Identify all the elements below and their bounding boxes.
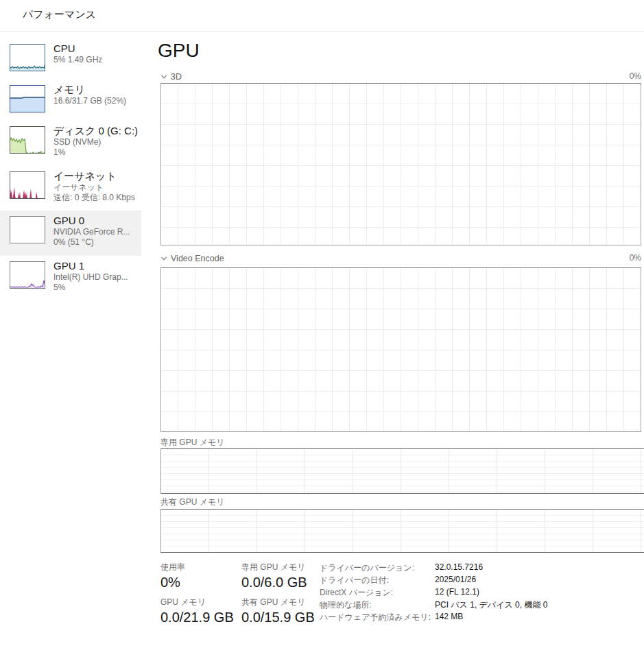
chevron-down-icon bbox=[160, 73, 167, 80]
detail-label: 物理的な場所: bbox=[320, 599, 435, 611]
detail-label: ハードウェア予約済みメモリ: bbox=[320, 612, 435, 623]
gpu0-mini-chart bbox=[10, 216, 45, 243]
sidebar-cpu-title: CPU bbox=[53, 42, 102, 55]
sidebar-memory-stats: 16.6/31.7 GB (52%) bbox=[53, 96, 126, 106]
shared-gpu-memory-label: 共有 GPU メモリ bbox=[160, 496, 225, 508]
usage-value: 0% bbox=[160, 575, 180, 590]
chart-dedicated-gpu-memory bbox=[160, 448, 644, 494]
gpu-page-title: GPU bbox=[158, 40, 200, 62]
ethernet-mini-chart bbox=[10, 171, 45, 199]
chart-video-encode bbox=[160, 267, 641, 432]
sidebar-disk-usage: 1% bbox=[53, 147, 138, 158]
sidebar-ethernet-stats: 送信: 0 受信: 8.0 Kbps bbox=[53, 193, 135, 203]
sidebar-disk-type: SSD (NVMe) bbox=[53, 137, 138, 147]
gpu-memory-value: 0.0/21.9 GB bbox=[160, 610, 234, 625]
section-video-encode-header[interactable]: Video Encode bbox=[160, 253, 224, 264]
sidebar-item-gpu0[interactable]: GPU 0 NVIDIA GeForce R... 0% (51 °C) bbox=[0, 211, 141, 256]
dedicated-gpu-memory-label: 専用 GPU メモリ bbox=[160, 437, 225, 448]
detail-value: 32.0.15.7216 bbox=[435, 562, 483, 574]
detail-label: ドライバーのバージョン: bbox=[320, 562, 435, 574]
usage-label: 使用率 bbox=[160, 562, 185, 573]
sidebar-gpu0-stats: 0% (51 °C) bbox=[53, 237, 130, 248]
chart-3d bbox=[160, 83, 641, 245]
cpu-mini-chart bbox=[10, 44, 45, 71]
chevron-down-icon bbox=[160, 255, 167, 262]
section-3d-header[interactable]: 3D bbox=[160, 71, 182, 82]
sidebar-gpu1-title: GPU 1 bbox=[53, 259, 128, 272]
detail-value: 12 (FL 12.1) bbox=[435, 587, 479, 599]
sidebar-ethernet-name: イーサネット bbox=[53, 182, 135, 193]
gpu-memory-label: GPU メモリ bbox=[160, 597, 206, 608]
section-video-encode-label: Video Encode bbox=[171, 254, 224, 263]
performance-header: パフォーマンス bbox=[0, 0, 644, 32]
detail-value: 142 MB bbox=[435, 612, 463, 623]
sidebar-item-ethernet[interactable]: イーサネット イーサネット 送信: 0 受信: 8.0 Kbps bbox=[0, 166, 141, 211]
page-title: パフォーマンス bbox=[23, 8, 96, 21]
detail-label: ドライバーの日付: bbox=[320, 575, 435, 586]
detail-value: 2025/01/26 bbox=[435, 575, 476, 586]
disk-mini-chart bbox=[10, 126, 45, 154]
sidebar-gpu0-name: NVIDIA GeForce R... bbox=[53, 227, 130, 237]
sidebar-gpu1-stats: 5% bbox=[53, 283, 128, 293]
sidebar-cpu-stats: 5% 1.49 GHz bbox=[53, 55, 102, 65]
detail-directx-version: DirectX バージョン: 12 (FL 12.1) bbox=[320, 587, 642, 599]
shared-memory-value: 0.0/15.9 GB bbox=[241, 610, 315, 625]
sidebar-item-gpu1[interactable]: GPU 1 Intel(R) UHD Grap... 5% bbox=[0, 256, 141, 301]
dedicated-memory-label: 専用 GPU メモリ bbox=[241, 562, 306, 573]
detail-hardware-reserved-memory: ハードウェア予約済みメモリ: 142 MB bbox=[320, 612, 642, 623]
detail-driver-date: ドライバーの日付: 2025/01/26 bbox=[320, 575, 642, 586]
detail-driver-version: ドライバーのバージョン: 32.0.15.7216 bbox=[320, 562, 642, 574]
detail-label: DirectX バージョン: bbox=[320, 587, 435, 599]
gpu1-mini-chart bbox=[10, 261, 45, 289]
sidebar-item-memory[interactable]: メモリ 16.6/31.7 GB (52%) bbox=[0, 80, 141, 121]
shared-memory-label: 共有 GPU メモリ bbox=[241, 597, 306, 608]
chart-shared-gpu-memory bbox=[160, 509, 644, 553]
sidebar-gpu0-title: GPU 0 bbox=[53, 214, 130, 227]
detail-value: PCI バス 1, デバイス 0, 機能 0 bbox=[435, 599, 547, 611]
section-3d-label: 3D bbox=[171, 72, 182, 82]
dedicated-memory-value: 0.0/6.0 GB bbox=[241, 575, 307, 590]
sidebar-gpu1-name: Intel(R) UHD Grap... bbox=[53, 272, 128, 283]
sidebar-ethernet-title: イーサネット bbox=[53, 169, 135, 182]
section-3d-max-label: 0% bbox=[614, 71, 641, 81]
sidebar-item-disk0[interactable]: ディスク 0 (G: C:) SSD (NVMe) 1% bbox=[0, 121, 141, 166]
sidebar-disk-title: ディスク 0 (G: C:) bbox=[53, 124, 138, 137]
sidebar-item-cpu[interactable]: CPU 5% 1.49 GHz bbox=[0, 38, 141, 80]
sidebar-memory-title: メモリ bbox=[53, 83, 126, 96]
section-video-encode-max-label: 0% bbox=[614, 253, 641, 263]
detail-physical-location: 物理的な場所: PCI バス 1, デバイス 0, 機能 0 bbox=[320, 599, 642, 611]
memory-mini-chart bbox=[10, 85, 45, 112]
